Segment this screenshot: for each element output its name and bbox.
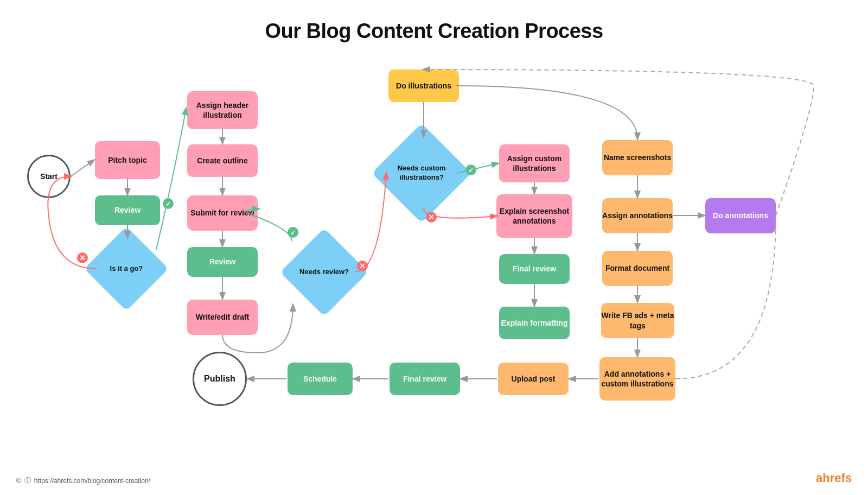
format-document-node: Format document (602, 251, 673, 286)
pitch-topic-node: Pitch topic (95, 141, 160, 179)
assign-annotations-node: Assign annotations (602, 198, 673, 233)
footer-left: © ⓘ https://ahrefs.com/blog/content-crea… (16, 476, 150, 485)
svg-text:✓: ✓ (165, 200, 171, 208)
svg-point-3 (77, 252, 88, 263)
schedule-node: Schedule (288, 363, 353, 395)
needs-review-node: Needs review? (280, 228, 368, 316)
do-annotations-node: Do annotations (705, 198, 776, 233)
svg-text:✓: ✓ (290, 229, 296, 237)
start-node: Start (27, 155, 71, 198)
review1-node: Review (95, 195, 160, 225)
explain-screenshot-node: Explain screenshot annotations (496, 194, 572, 238)
upload-post-node: Upload post (498, 363, 569, 395)
is-it-a-go-node: Is it a go? (84, 226, 169, 311)
create-outline-node: Create outline (187, 144, 258, 177)
assign-custom-node: Assign custom illustrations (499, 144, 570, 182)
assign-header-node: Assign header illustration (187, 91, 258, 129)
final-review2-node: Final review (390, 363, 460, 395)
page-title: Our Blog Content Creation Process (0, 0, 868, 43)
write-fb-node: Write FB ads + meta tags (601, 303, 674, 338)
review2-node: Review (187, 247, 258, 277)
svg-point-5 (163, 198, 174, 209)
write-edit-node: Write/edit draft (187, 300, 258, 335)
footer-brand: ahrefs (816, 471, 852, 485)
submit-review-node: Submit for review (187, 195, 258, 231)
svg-point-11 (288, 227, 298, 238)
name-screenshots-node: Name screenshots (602, 140, 673, 175)
final-review1-node: Final review (499, 254, 570, 284)
add-annotations-node: Add annotations + custom illustrations (599, 357, 675, 401)
explain-formatting-node: Explain formatting (499, 307, 570, 339)
svg-text:✕: ✕ (79, 253, 86, 262)
publish-node: Publish (193, 352, 247, 406)
needs-custom-node: Needs custom illustrations? (372, 123, 471, 223)
svg-line-0 (71, 160, 94, 176)
do-illustrations-node: Do illustrations (388, 69, 459, 102)
